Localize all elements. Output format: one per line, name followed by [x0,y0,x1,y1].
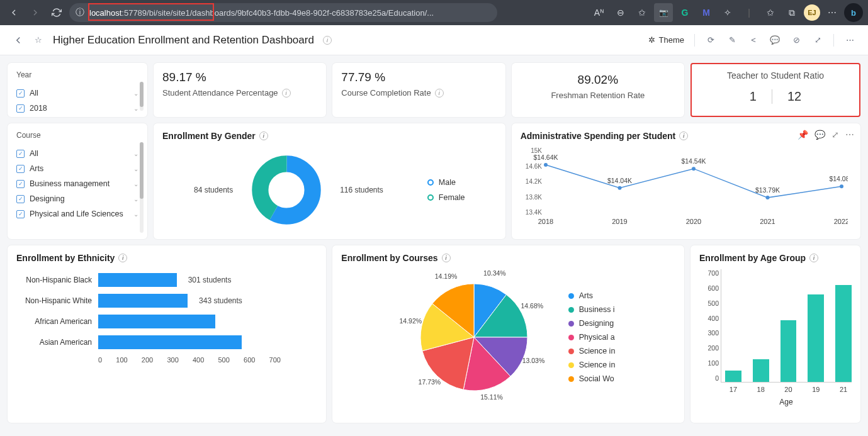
bar[interactable]: 17 [725,371,741,382]
app-back-button[interactable] [13,35,24,46]
fullscreen-icon[interactable]: ⤢ [812,35,823,46]
divider [833,34,834,47]
refresh-button[interactable] [48,4,65,21]
card-title: Administrative Spending per Student [521,131,676,141]
bar[interactable]: 18 [753,359,769,382]
info-icon[interactable]: i [323,36,332,45]
bar-label: African American [16,317,92,326]
back-button[interactable] [5,4,23,21]
axis-tick: 100 [702,359,719,367]
filter-item[interactable]: ✓All⌄ [16,146,138,161]
filter-item[interactable]: ✓Physical and Life Sciences⌄ [16,206,138,221]
app-favorite-icon[interactable]: ☆ [33,35,44,46]
info-icon[interactable]: i [282,89,291,98]
info-icon[interactable]: i [809,254,818,262]
comment-icon[interactable]: 💬 [814,130,825,140]
refresh-icon[interactable]: ⟳ [705,35,716,46]
legend-item[interactable]: Male [427,178,465,187]
maximize-icon[interactable]: ⤢ [831,130,839,140]
more-icon[interactable]: ⋯ [823,3,842,22]
legend-item[interactable]: Arts [568,291,625,300]
age-chart-card: Enrollment by Age Groupi 700600500400300… [690,245,860,423]
bar[interactable]: 21 [835,285,852,382]
svg-text:$14.04K: $14.04K [607,177,632,184]
forward-button[interactable] [26,4,44,21]
more-menu-icon[interactable]: ⋯ [844,35,855,46]
axis-tick: 0 [702,374,719,382]
bar-label: Non-Hispanic White [16,296,92,305]
legend-label: Designing [579,319,614,328]
svg-text:$14.54K: $14.54K [681,157,706,165]
legend-item[interactable]: Science in [568,347,625,355]
info-icon[interactable]: i [679,131,688,140]
info-icon[interactable]: i [435,89,444,98]
theme-button[interactable]: ✲Theme [648,35,684,45]
legend-item[interactable]: Business i [568,305,625,314]
filter-item[interactable]: ✓2018⌄ [16,101,138,116]
checkbox-icon[interactable]: ✓ [16,165,25,173]
kpi-value: 89.17 % [162,70,317,84]
pin-icon[interactable]: 📌 [798,130,808,140]
bar-x-label: 21 [835,386,852,393]
profile-avatar[interactable]: EJ [804,4,820,21]
read-aloud-icon[interactable]: Aᴺ [590,3,609,22]
share-icon[interactable]: < [748,35,759,46]
axis-tick: 700 [702,269,719,277]
legend-item[interactable]: Physical a [568,333,625,342]
camera-icon[interactable]: 📷 [654,3,673,22]
zoom-icon[interactable]: ⊖ [611,3,630,22]
bar[interactable]: 19 [808,294,824,382]
svg-text:15.11%: 15.11% [480,393,503,401]
bar-x-label: 17 [725,386,741,393]
bar[interactable] [98,294,188,308]
checkbox-icon[interactable]: ✓ [16,180,25,188]
filter-item[interactable]: ✓Designing⌄ [16,191,138,206]
info-icon[interactable]: i [259,131,268,140]
svg-text:14.2K: 14.2K [526,178,542,185]
filter-item[interactable]: ✓Arts⌄ [16,161,138,176]
collections-icon[interactable]: ⧉ [782,3,801,22]
svg-text:13.4K: 13.4K [526,209,542,216]
info-icon[interactable]: i [442,254,451,262]
more-icon[interactable]: ⋯ [845,130,854,140]
svg-point-21 [840,184,843,188]
axis-tick: 100 [116,356,127,364]
favorite-star-icon[interactable]: ✩ [633,3,651,22]
legend-item[interactable]: Designing [568,319,625,328]
address-bar[interactable]: ⓘ localhost:57789/bi/site/site1/dashboar… [69,3,497,22]
checkbox-icon[interactable]: ✓ [16,150,25,158]
checkbox-icon[interactable]: ✓ [16,195,25,203]
link-icon[interactable]: ⊘ [791,35,802,46]
info-icon[interactable]: i [118,254,127,262]
grammarly-icon[interactable]: G [675,3,694,22]
bar[interactable] [98,273,177,287]
svg-text:13.03%: 13.03% [522,357,544,364]
checkbox-icon[interactable]: ✓ [16,89,25,98]
bing-icon[interactable]: b [844,3,863,22]
legend-item[interactable]: Social Wo [568,374,625,383]
checkbox-icon[interactable]: ✓ [16,104,25,113]
legend-item[interactable]: Female [427,193,465,202]
ratio-card: Teacher to Student Ratio 112 [690,63,860,117]
scrollbar[interactable] [140,82,144,111]
scrollbar[interactable] [140,142,144,233]
svg-text:$14.64K: $14.64K [533,154,558,161]
favorites-icon[interactable]: ✩ [761,3,780,22]
m-icon[interactable]: M [697,3,716,22]
svg-text:14.19%: 14.19% [434,272,457,280]
edit-icon[interactable]: ✎ [726,35,738,46]
bar[interactable] [98,335,242,349]
legend-label: Social Wo [579,374,614,383]
filter-item[interactable]: ✓Business management⌄ [16,176,138,191]
svg-text:13.8K: 13.8K [526,194,542,201]
bar[interactable]: 20 [781,320,797,382]
bar[interactable] [98,315,215,328]
filter-item[interactable]: ✓All⌄ [16,86,138,101]
extensions-icon[interactable]: ✧ [718,3,737,22]
checkbox-icon[interactable]: ✓ [16,210,25,218]
kpi-value: 77.79 % [341,70,496,84]
site-info-icon[interactable]: ⓘ [76,7,84,18]
comment-icon[interactable]: 💬 [769,35,781,46]
axis-tick: 600 [702,284,719,292]
legend-item[interactable]: Science in [568,361,625,369]
